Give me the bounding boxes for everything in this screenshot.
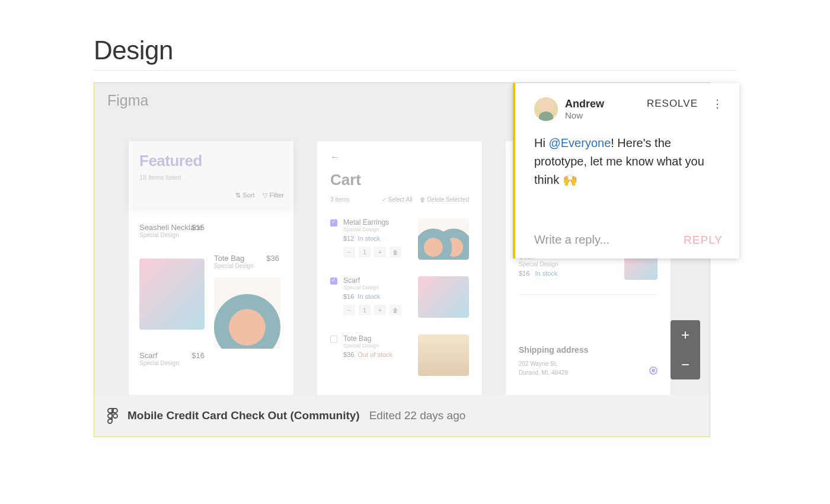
cart-count: 3 items (330, 196, 349, 203)
comment-body: Hi @Everyone! Here's the prototype, let … (534, 134, 723, 189)
cart-item-sub: Special Design (343, 285, 401, 291)
cart-item[interactable]: Tote Bag Special Design $36Out of stock (330, 334, 469, 358)
artboard-cart[interactable]: ← Cart 3 items ✓ Select All 🗑 Delete Sel… (317, 141, 482, 395)
checkbox-icon[interactable] (330, 219, 337, 227)
figma-footer: Mobile Credit Card Check Out (Community)… (94, 395, 710, 436)
comment-time: Now (565, 110, 604, 120)
mention[interactable]: @Everyone (548, 136, 611, 149)
delete-selected-button[interactable]: 🗑 Delete Selected (420, 196, 469, 203)
more-menu-icon[interactable]: ⋮ (712, 97, 723, 110)
checkbox-icon[interactable] (330, 277, 337, 285)
quantity-stepper[interactable]: −1+🗑 (343, 305, 401, 315)
back-arrow-icon[interactable]: ← (330, 152, 469, 162)
resolve-button[interactable]: RESOLVE (647, 98, 698, 110)
file-name[interactable]: Mobile Credit Card Check Out (Community) (127, 409, 360, 422)
address-line: 202 Wayne St, (519, 359, 657, 368)
address-line: Durand, MI, 48429 (519, 368, 657, 377)
comment-author: Andrew (565, 98, 604, 110)
figma-label: Figma (107, 92, 148, 109)
product-price: $36 (266, 254, 279, 263)
product-sub: Special Design (214, 263, 279, 269)
divider (94, 70, 736, 71)
cart-item-sub: Special Design (343, 343, 392, 349)
featured-subtitle: 18 items listed (139, 174, 283, 181)
cart-item[interactable]: Scarf Special Design $16In stock −1+🗑 (330, 276, 469, 315)
cart-item-name: Scarf (343, 276, 401, 285)
figma-logo-icon (107, 408, 118, 423)
edited-label: Edited 22 days ago (369, 409, 466, 422)
cart-item-name: Tote Bag (343, 334, 392, 343)
shipping-address[interactable]: Shipping address 202 Wayne St, Durand, M… (519, 345, 657, 377)
zoom-in-button[interactable]: + (671, 320, 700, 350)
radio-selected-icon[interactable] (649, 366, 657, 375)
zoom-out-button[interactable]: − (671, 350, 700, 379)
page-title: Design (94, 36, 736, 65)
raised-hands-emoji-icon: 🙌 (563, 171, 577, 189)
product-price: $15 (191, 223, 205, 232)
checkbox-icon[interactable] (330, 336, 337, 343)
quantity-stepper[interactable]: −1+🗑 (343, 247, 401, 257)
featured-header-card: Featured 18 items listed ⇅ Sort ▽ Filter (129, 141, 293, 206)
featured-title: Featured (139, 152, 283, 170)
zoom-controls: + − (671, 320, 700, 379)
reply-button[interactable]: REPLY (684, 234, 723, 247)
sort-button[interactable]: ⇅ Sort (235, 192, 254, 199)
product-sub: Special Design: (139, 360, 205, 366)
cart-item-sub: Special Design: (343, 227, 401, 232)
comment-card: Andrew Now RESOLVE ⋮ Hi @Everyone! Here'… (513, 83, 739, 259)
shipping-title: Shipping address (519, 345, 657, 355)
reply-input[interactable] (534, 233, 665, 247)
avatar (534, 97, 558, 121)
filter-button[interactable]: ▽ Filter (263, 192, 284, 199)
product-sub: Special Design (139, 232, 205, 238)
cart-item[interactable]: Metal Earrings Special Design: $12In sto… (330, 218, 469, 257)
product-price: $16 (191, 351, 205, 360)
cart-title: Cart (330, 171, 469, 189)
select-all-button[interactable]: ✓ Select All (382, 196, 413, 203)
cart-item-name: Metal Earrings (343, 218, 401, 227)
